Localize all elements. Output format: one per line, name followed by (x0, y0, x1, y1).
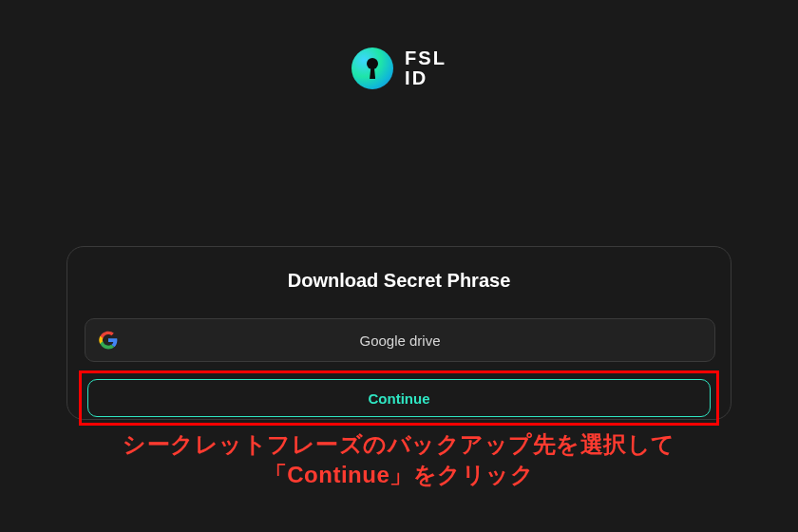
google-drive-label: Google drive (359, 332, 440, 349)
instruction-annotation: シークレットフレーズのバックアップ先を選択して 「Continue」をクリック (67, 429, 731, 491)
continue-highlight-box: Continue (79, 370, 719, 426)
brand-logo: FSL ID (352, 48, 446, 89)
google-drive-option[interactable]: Google drive (85, 318, 715, 362)
continue-label: Continue (369, 390, 430, 407)
continue-button[interactable]: Continue (87, 379, 711, 417)
annotation-line1: シークレットフレーズのバックアップ先を選択して (67, 429, 731, 460)
annotation-line2: 「Continue」をクリック (67, 460, 731, 490)
download-card: Download Secret Phrase Google drive Cont… (66, 246, 732, 420)
brand-text-line1: FSL (405, 48, 446, 68)
lock-icon (352, 48, 393, 89)
brand-text: FSL ID (405, 48, 446, 88)
google-icon (99, 331, 118, 350)
card-title: Download Secret Phrase (85, 270, 713, 292)
brand-text-line2: ID (405, 68, 446, 88)
page-root: FSL ID Download Secret Phrase Google dri… (0, 0, 798, 532)
